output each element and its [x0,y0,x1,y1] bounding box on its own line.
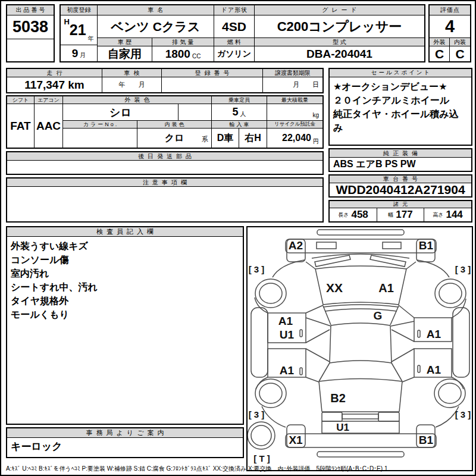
rear-bumper-right-mark: B1 [419,434,434,446]
capacity-number: 5 [232,106,238,118]
parts-later-label: 後日発送部品 [7,152,322,161]
displacement-unit: CC [192,53,201,60]
sales-points-box: セールスポイント ★オークションデビュー★ ２０インチアルミホイール 純正タイヤ… [328,68,472,146]
length-value: 458 [351,209,368,221]
inspector-note-line: モールくもり [11,308,239,321]
mileage-row-box: 走行 車検 登録番号 譲渡書類期限 117,347 km 年 月 月 日 [6,68,324,93]
interior-grade-value: C [450,46,470,61]
equipment-value: ABS エアB PS PW [330,158,471,171]
height-cell: 高さ 144 [424,208,471,221]
import-label: 輸入車 [212,121,267,129]
mileage-value: 117,347 km [7,77,102,92]
interior-color-name: クロ [165,132,184,145]
office-info-value: キーロック [7,438,243,457]
interior-color-suffix: 系 [202,135,208,144]
sales-points-label: セールスポイント [330,69,471,77]
car-outline [248,230,469,457]
history-value: 自家用 [98,46,152,61]
displacement-number: 1800 [165,48,190,61]
length-cell: 長さ 458 [330,208,377,221]
tire-front-right-mark: [ 3 ] [455,264,471,274]
exterior-color-extra [178,104,212,121]
shaken-label: 車検 [102,69,162,77]
model-code-label: 型式 [255,38,424,46]
dimensions-label: 諸元 [330,201,471,208]
reg-month: 9 [72,47,79,60]
equipment-label: 純正装備 [330,149,471,158]
interior-grade-label: 内装 [450,38,470,46]
fuel-label: 燃料 [214,38,255,46]
color-no-label: カラーNo. [63,121,137,129]
recycle-deposit-label: リサイクル預託金 [267,121,322,129]
caution-value [7,187,322,221]
recycle-deposit-number: 22,040 [282,133,311,143]
inspector-note-line: シートすれ中、汚れ [11,280,239,294]
interior-color-label: 内装色 [137,121,212,129]
exterior-color-label: 外装色 [63,96,212,104]
inspector-note-line: タイヤ規格外 [11,294,239,308]
office-info-box: 事務局よりご案内 キーロック [6,427,244,458]
spare-tire-mark: [ T ] [253,453,270,464]
capacity-unit: 人 [240,110,246,118]
color-no-value [63,129,137,148]
transfer-deadline-label: 譲渡書類期限 [263,69,322,77]
parts-later-box: 後日発送部品 [6,151,324,175]
shaken-value: 年 月 [102,77,162,92]
year-unit: 年 [88,35,94,43]
damage-diagram-box: A2 B1 [ 3 ] [ 3 ] XX A1 G A1 U1 A1 A1 A1… [246,226,473,471]
vehicle-header-box: 初度登録 車名 ドア形状 グレード H 21 年 ベンツ Cクラス 4SD C2… [60,4,425,62]
tire-front-left-mark: [ 3 ] [249,264,265,274]
reg-year: 21 [70,23,86,37]
vin-value: WDD2040412A271904 [330,183,471,196]
max-load-value: kg [267,104,322,121]
lot-number-value: 5038 [7,15,54,39]
caution-label: 注意事項欄 [7,178,322,187]
tire-rear-left-mark: [ 3 ] [249,409,265,419]
width-value: 177 [396,209,412,221]
month-unit: 月 [80,51,86,60]
windshield-mark: G [374,309,383,322]
era-letter: H [64,17,69,26]
inspector-notes-box: 検査員記入欄 外装うすい線キズ コンソール傷 室内汚れ シートすれ中、汚れ タイ… [6,226,244,425]
width-label: 幅 [388,211,393,219]
first-registration-year: H 21 年 [61,15,98,45]
grade-label: グレード [255,5,424,15]
office-info-label: 事務局よりご案内 [7,428,243,438]
exterior-grade-label: 外装 [430,38,450,46]
length-label: 長さ [338,211,349,219]
car-name-label: 車名 [98,5,214,15]
registration-number-value [162,77,263,92]
lot-number-box: 出品番号 5038 [6,4,55,62]
score-label: 評価点 [430,5,470,15]
first-registration-month: 9 月 [61,45,98,61]
capacity-value: 5 人 [212,104,267,121]
mileage-label: 走行 [7,69,102,77]
caution-box: 注意事項欄 [6,177,324,223]
height-label: 高さ [433,211,443,219]
sales-points-body: ★オークションデビュー★ ２０インチアルミホイール 純正タイヤ・ホイール積み込み [330,77,471,145]
dimensions-box: 諸元 長さ 458 幅 177 高さ 144 [328,200,472,223]
lot-number-empty [7,39,54,61]
recycle-deposit-unit: 円 [313,137,319,146]
door-rear-left-mark: A1 [280,364,295,377]
front-bumper-left-mark: A2 [289,239,303,252]
transfer-deadline-value: 月 日 [263,77,322,92]
auction-sheet: 出品番号 5038 初度登録 車名 ドア形状 グレード H 21 年 ベンツ C… [0,0,476,476]
parts-later-value [7,161,322,174]
rear-bumper-left-mark: X1 [289,434,303,446]
aircon-value: AAC [35,104,63,148]
door-shape-value: 4SD [214,15,255,38]
inspector-note-line: コンソール傷 [11,253,239,267]
tire-rear-right-mark: [ 3 ] [455,409,471,419]
height-value: 144 [446,209,462,221]
displacement-value: 1800 CC [152,46,214,61]
sales-point-line: 純正タイヤ・ホイール積み込み [333,107,468,134]
interior-color-value: クロ 系 [137,129,212,148]
inspector-note-line: 外装うすい線キズ [11,239,239,253]
sales-point-line: ★オークションデビュー★ [333,80,468,93]
capacity-label: 乗車定員 [212,96,267,104]
vin-label: 車台番号 [330,176,471,183]
lot-number-label: 出品番号 [7,5,54,15]
score-box: 評価点 4 外装 内装 C C [428,4,471,62]
hood-left-mark: XX [326,281,343,295]
